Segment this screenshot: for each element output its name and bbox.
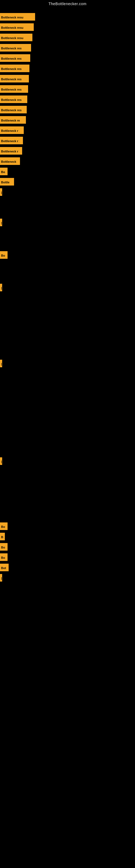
- site-title: TheBottlenecker.com: [0, 0, 135, 7]
- bar-item: |: [0, 360, 2, 367]
- bar-item: |: [0, 188, 2, 196]
- bar-label: Bottleneck res: [0, 65, 30, 72]
- bar-label: Bottleneck r: [0, 137, 23, 144]
- bar-item: Bottleneck resu: [0, 13, 35, 21]
- bar-label: Bottleneck r: [0, 147, 22, 155]
- bar-item: |: [0, 284, 2, 291]
- bar-label: Bottleneck resu: [0, 13, 35, 21]
- bar-item: Bo: [0, 522, 8, 530]
- bar-label: Bottleneck res: [0, 75, 29, 83]
- bar-item: Bottleneck re: [0, 116, 26, 124]
- bar-label: Bottleneck resu: [0, 34, 32, 41]
- bar-label: |: [0, 284, 2, 291]
- bar-item: Bottleneck res: [0, 65, 30, 72]
- bar-item: Bottleneck resu: [0, 23, 34, 31]
- bar-item: B: [0, 533, 5, 540]
- bar-item: Bottleneck res: [0, 85, 28, 93]
- bar-label: Bo: [0, 167, 8, 175]
- bar-label: Bottleneck res: [0, 54, 30, 62]
- bar-item: Bottleneck r: [0, 147, 22, 155]
- bar-item: Bottleneck res: [0, 75, 29, 83]
- bar-label: Bot: [0, 564, 9, 571]
- bar-item: Bottleneck res: [0, 95, 27, 103]
- bar-label: Bottleneck res: [0, 95, 27, 103]
- bar-label: Bottle: [0, 178, 14, 186]
- bar-label: B: [0, 533, 5, 540]
- bar-item: Bottleneck res: [0, 54, 30, 62]
- bar-label: Bo: [0, 553, 8, 561]
- bar-label: Bottleneck res: [0, 85, 28, 93]
- bar-label: |: [0, 457, 2, 465]
- bar-label: |: [0, 574, 2, 582]
- bar-label: Bottleneck re: [0, 116, 26, 124]
- bar-label: Bottleneck res: [0, 106, 27, 113]
- bar-label: Bottleneck resu: [0, 23, 34, 31]
- bar-item: Bo: [0, 167, 8, 175]
- bar-item: Bottleneck r: [0, 137, 23, 144]
- bar-item: Bottleneck res: [0, 44, 31, 52]
- bar-item: Bo: [0, 251, 8, 259]
- bar-item: Bo: [0, 553, 8, 561]
- chart-area: Bottleneck resuBottleneck resuBottleneck…: [0, 7, 135, 868]
- bar-item: Bottleneck r: [0, 126, 24, 134]
- bar-label: |: [0, 188, 2, 196]
- bar-item: Bottleneck resu: [0, 34, 32, 41]
- bar-item: Bottle: [0, 178, 14, 186]
- bar-item: Bottleneck res: [0, 106, 27, 113]
- bar-item: Bot: [0, 564, 9, 571]
- bar-item: Bo: [0, 543, 8, 551]
- bar-label: Bo: [0, 251, 8, 259]
- bar-label: |: [0, 219, 2, 226]
- bar-label: Bottleneck r: [0, 126, 24, 134]
- bar-label: Bottleneck res: [0, 44, 31, 52]
- bar-item: |: [0, 219, 2, 226]
- bar-label: |: [0, 360, 2, 367]
- bar-label: Bottleneck: [0, 157, 20, 165]
- bar-item: |: [0, 457, 2, 465]
- bar-item: |: [0, 574, 2, 582]
- bar-item: Bottleneck: [0, 157, 20, 165]
- bar-label: Bo: [0, 522, 8, 530]
- bar-label: Bo: [0, 543, 8, 551]
